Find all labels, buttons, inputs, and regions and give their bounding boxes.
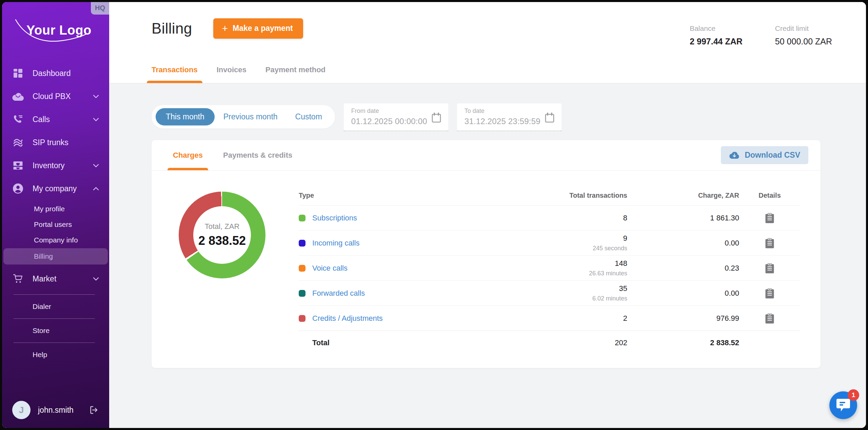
page-title: Billing: [152, 20, 192, 37]
main-area: Billing + Make a payment Balance 2 997.4…: [109, 2, 866, 428]
sidebar-item-label: My company: [33, 184, 92, 193]
legend-square: [299, 315, 305, 322]
transactions-duration: 245 seconds: [515, 245, 627, 252]
sidebar-item-sip-trunks[interactable]: SIP trunks: [2, 131, 109, 154]
legend-square: [299, 215, 305, 221]
calendar-icon[interactable]: [431, 112, 441, 124]
cloud-download-icon: [729, 151, 740, 159]
sidebar-item-billing[interactable]: Billing: [3, 248, 108, 265]
table-header: Type Total transactions Charge, ZAR Deta…: [299, 185, 800, 205]
sidebar-item-company-info[interactable]: Company info: [3, 233, 108, 248]
sidebar: HQ Your Logo: [2, 2, 109, 428]
table-row: Incoming calls 9 245 seconds 0.00: [299, 230, 800, 255]
sidebar-item-label: Cloud PBX: [33, 92, 92, 101]
logout-icon[interactable]: [89, 405, 99, 415]
details-clipboard-icon[interactable]: [765, 288, 774, 298]
details-clipboard-icon[interactable]: [765, 213, 774, 223]
dashboard-icon: [12, 67, 24, 79]
charge-value: 0.00: [627, 289, 739, 298]
chat-bubble-icon: [836, 398, 851, 412]
filter-row: This month Previous month Custom From da…: [152, 105, 821, 131]
table-row: Subscriptions 8 1 861.30: [299, 205, 800, 230]
make-payment-label: Make a payment: [233, 24, 293, 33]
balances: Balance 2 997.44 ZAR Credit limit 50 000…: [690, 24, 832, 46]
make-payment-button[interactable]: + Make a payment: [213, 18, 303, 39]
column-header-type: Type: [299, 192, 515, 199]
sidebar-item-my-company[interactable]: My company: [2, 177, 109, 200]
sip-trunks-icon: [12, 137, 24, 148]
to-date-value: 31.12.2025 23:59:59: [465, 117, 555, 126]
type-link-subscriptions[interactable]: Subscriptions: [312, 214, 357, 222]
total-transactions: 202: [615, 338, 627, 347]
column-header-details: Details: [739, 192, 800, 199]
transactions-count: 9: [515, 234, 627, 243]
sidebar-item-label: Calls: [33, 115, 92, 124]
charges-table: Type Total transactions Charge, ZAR Deta…: [297, 185, 800, 354]
balance-value: 2 997.44 ZAR: [690, 37, 743, 46]
charges-card-body: Total, ZAR 2 838.52 Type Total transacti…: [152, 171, 821, 354]
charges-tabs: Charges Payments & credits: [173, 140, 292, 170]
chat-widget-button[interactable]: 1: [829, 391, 857, 419]
tab-payments-credits[interactable]: Payments & credits: [223, 140, 292, 170]
credit-limit-label: Credit limit: [775, 24, 832, 33]
tab-charges[interactable]: Charges: [173, 140, 203, 170]
tab-transactions[interactable]: Transactions: [152, 65, 198, 83]
person-icon: [12, 183, 24, 194]
donut-center: Total, ZAR 2 838.52: [193, 206, 251, 264]
charges-donut-chart[interactable]: Total, ZAR 2 838.52: [179, 192, 265, 278]
type-link-incoming-calls[interactable]: Incoming calls: [312, 239, 359, 248]
transactions-count: 35: [515, 284, 627, 293]
sidebar-divider: [14, 318, 95, 319]
phone-icon: [12, 114, 24, 125]
my-company-submenu: My profile Portal users Company info Bil…: [2, 200, 109, 267]
tab-invoices[interactable]: Invoices: [217, 65, 246, 83]
chat-unread-badge: 1: [848, 389, 859, 401]
to-date-field[interactable]: To date 31.12.2025 23:59:59: [457, 103, 561, 131]
table-row: Voice calls 148 26.63 minutes 0.23: [299, 255, 800, 280]
legend-square: [299, 265, 305, 272]
total-charge: 2 838.52: [710, 338, 739, 347]
sidebar-item-dashboard[interactable]: Dashboard: [2, 62, 109, 85]
range-previous-month[interactable]: Previous month: [215, 108, 287, 125]
calendar-icon[interactable]: [545, 112, 555, 124]
range-this-month[interactable]: This month: [156, 108, 215, 125]
credit-limit-value: 50 000.00 ZAR: [775, 37, 832, 46]
download-csv-label: Download CSV: [745, 151, 800, 160]
type-link-forwarded-calls[interactable]: Forwarded calls: [312, 289, 365, 298]
chevron-down-icon: [92, 164, 100, 168]
sidebar-item-my-profile[interactable]: My profile: [3, 201, 108, 216]
details-clipboard-icon[interactable]: [765, 238, 774, 248]
from-date-field[interactable]: From date 01.12.2025 00:00:00: [344, 103, 448, 131]
to-date-label: To date: [465, 108, 555, 115]
transactions-count: 8: [515, 214, 627, 222]
range-custom[interactable]: Custom: [287, 108, 331, 125]
sidebar-item-store[interactable]: Store: [2, 323, 109, 338]
sidebar-item-cloud-pbx[interactable]: Cloud PBX: [2, 85, 109, 108]
charge-value: 0.23: [627, 264, 739, 273]
details-clipboard-icon[interactable]: [765, 263, 774, 273]
type-link-credits-adjustments[interactable]: Credits / Adjustments: [312, 314, 383, 323]
type-link-voice-calls[interactable]: Voice calls: [312, 264, 348, 273]
sidebar-item-inventory[interactable]: Inventory: [2, 154, 109, 177]
sidebar-item-help[interactable]: Help: [2, 347, 109, 363]
donut-center-value: 2 838.52: [198, 234, 246, 248]
sidebar-item-portal-users[interactable]: Portal users: [3, 217, 108, 232]
sidebar-item-label: Dashboard: [33, 69, 100, 78]
cart-icon: [12, 273, 24, 285]
from-date-value: 01.12.2025 00:00:00: [351, 117, 442, 126]
sidebar-item-calls[interactable]: Calls: [2, 108, 109, 131]
download-csv-button[interactable]: Download CSV: [721, 146, 808, 164]
avatar[interactable]: J: [12, 401, 31, 419]
sidebar-nav: Dashboard Cloud PBX: [2, 50, 109, 396]
tab-payment-method[interactable]: Payment method: [265, 65, 326, 83]
user-row: J john.smith: [2, 401, 109, 428]
details-clipboard-icon[interactable]: [765, 313, 774, 324]
sidebar-item-label: Inventory: [33, 161, 92, 170]
sidebar-divider: [14, 294, 95, 295]
sidebar-item-market[interactable]: Market: [2, 267, 109, 290]
logo[interactable]: Your Logo: [2, 2, 109, 50]
sidebar-item-label: SIP trunks: [33, 138, 100, 147]
chevron-up-icon: [92, 187, 100, 191]
sidebar-item-dialer[interactable]: Dialer: [2, 299, 109, 314]
chevron-down-icon: [92, 95, 100, 98]
